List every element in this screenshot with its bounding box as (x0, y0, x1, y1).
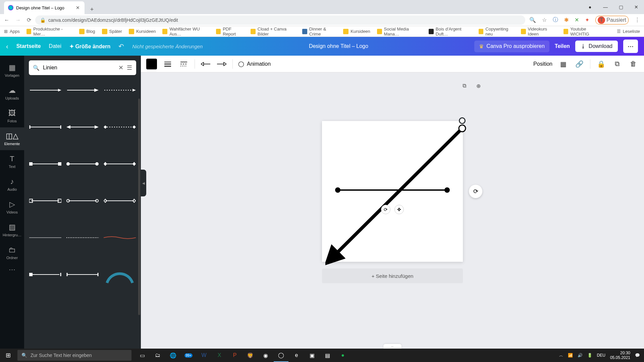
line-element-diamond-outline-ends[interactable] (103, 192, 136, 209)
close-tab-icon[interactable]: ✕ (75, 5, 80, 10)
back-icon[interactable]: ← (4, 17, 9, 23)
line-start-icon[interactable] (200, 59, 211, 69)
edge-pinned-icon[interactable]: 🌐 (166, 349, 180, 362)
diagonal-arrow-element[interactable] (325, 124, 466, 265)
line-element-dotted-arrow[interactable] (103, 82, 136, 99)
selection-handle[interactable] (459, 117, 466, 124)
wifi-icon[interactable]: 📶 (568, 353, 573, 358)
line-element-arrow[interactable] (66, 82, 99, 99)
add-page-icon[interactable]: ⊕ (474, 81, 483, 90)
taskbar-search[interactable]: 🔍Zur Suche Text hier eingeben (17, 350, 131, 361)
pausiert-badge[interactable]: T Pausiert (595, 16, 629, 24)
line-element-bar-ends[interactable] (29, 119, 62, 135)
bookmark-item[interactable]: PDF Report (216, 26, 244, 37)
reload-icon[interactable]: ⟳ (27, 17, 31, 23)
duplicate-page-icon[interactable]: ⧉ (460, 81, 469, 90)
bookmark-star-icon[interactable]: ☆ (542, 17, 547, 23)
apps-bookmark[interactable]: ⊞Apps (4, 29, 20, 34)
add-page-button[interactable]: + Seite hinzufügen (322, 268, 463, 283)
chrome-menu-icon[interactable]: ⋮ (635, 17, 640, 23)
forward-icon[interactable]: → (15, 17, 21, 23)
line-element-circle-outline-ends[interactable] (66, 192, 99, 209)
line-element-circle-ends[interactable] (66, 156, 99, 172)
url-input[interactable]: 🔒 canva.com/design/DAEdomzscjI/drBfjHdCo… (35, 15, 525, 25)
taskbar-clock[interactable]: 20:30 05.05.2021 (610, 351, 630, 360)
mail-badge-icon[interactable]: 99+ (181, 349, 196, 362)
link-icon[interactable]: 🔗 (574, 59, 585, 69)
powerpoint-icon[interactable]: P (227, 349, 242, 362)
bookmark-item[interactable]: Social Media Mana… (377, 26, 422, 37)
line-element-square-outline-ends[interactable] (29, 192, 62, 209)
reading-list-button[interactable]: ☰Leseliste (617, 29, 640, 34)
volume-icon[interactable]: 🔊 (578, 353, 583, 358)
sidebar-item-videos[interactable]: ▷Videos (0, 196, 24, 219)
new-tab-button[interactable]: + (87, 5, 97, 14)
extension-1-icon[interactable]: ⓘ (553, 16, 558, 23)
home-link[interactable]: Startseite (16, 43, 41, 49)
transparency-icon[interactable]: ▦ (558, 59, 569, 69)
pages-strip-toggle[interactable]: ︿ (383, 344, 401, 349)
bookmark-item[interactable]: Wahlfächer WU Aus… (162, 26, 209, 37)
line-element-arrow[interactable] (29, 82, 62, 99)
bookmark-item[interactable]: Dinner & Crime (302, 26, 336, 37)
delete-icon[interactable]: 🗑 (628, 59, 639, 69)
share-button[interactable]: Teilen (555, 43, 570, 49)
line-element-diamond-dotted[interactable] (103, 119, 136, 135)
shape-element-arc[interactable] (103, 266, 136, 283)
sidebar-item-hintergrund[interactable]: ▨Hintergru… (0, 219, 24, 241)
browser-tab[interactable]: Design ohne Titel – Logo ✕ (4, 1, 85, 14)
line-element-diamond-ends[interactable] (103, 156, 136, 172)
line-style-icon[interactable] (178, 59, 189, 69)
sidebar-item-text[interactable]: TText (0, 150, 24, 173)
extension-3-icon[interactable]: ✕ (575, 17, 579, 23)
document-title[interactable]: Design ohne Titel – Logo (211, 43, 466, 49)
search-input[interactable]: 🔍 ✕ ☰ (29, 60, 136, 75)
line-element-square-bar[interactable] (29, 266, 62, 283)
sidebar-item-uploads[interactable]: ☁Uploads (0, 82, 24, 105)
power-icon[interactable]: 🔋 (587, 353, 592, 358)
tray-chevron-icon[interactable]: ︿ (559, 353, 563, 358)
notifications-icon[interactable]: 💬 (635, 353, 640, 358)
bookmark-item[interactable]: Youtube WICHTIG (564, 26, 603, 37)
bookmark-item[interactable]: Cload + Canva Bilder (251, 26, 296, 37)
download-button[interactable]: ⭳Download (575, 41, 618, 52)
rotate-handle-icon[interactable]: ⟳ (381, 205, 390, 214)
filter-icon[interactable]: ☰ (127, 64, 132, 71)
extension-2-icon[interactable]: ❃ (564, 17, 569, 23)
taskview-icon[interactable]: ▭ (135, 349, 150, 362)
bookmark-item[interactable]: Blog (79, 29, 95, 34)
sidebar-more-icon[interactable]: ⋯ (9, 265, 15, 274)
file-menu[interactable]: Datei (49, 43, 61, 49)
undo-icon[interactable]: ↶ (118, 42, 124, 50)
app-1-icon[interactable]: ▣ (305, 349, 319, 362)
back-arrow-icon[interactable]: ‹ (6, 43, 8, 50)
sidebar-item-vorlagen[interactable]: ▦Vorlagen (0, 59, 24, 82)
position-button[interactable]: Position (533, 61, 552, 67)
line-element-square-ends[interactable] (29, 156, 62, 172)
language-indicator[interactable]: DEU (597, 353, 605, 358)
line-element-fine-dotted[interactable] (66, 229, 99, 246)
line-element-double-arrow[interactable] (66, 119, 99, 135)
chrome-profile-dot[interactable]: ● (582, 0, 598, 14)
clear-search-icon[interactable]: ✕ (118, 64, 123, 71)
sidebar-item-ordner[interactable]: 🗀Ordner (0, 241, 24, 264)
start-button[interactable]: ⊞ (0, 349, 16, 362)
close-window-icon[interactable]: ✕ (629, 0, 644, 14)
lock-icon[interactable]: 🔒 (596, 59, 606, 69)
bookmark-item[interactable]: Videokurs Ideen (521, 26, 557, 37)
design-canvas[interactable]: ⟳ ✥ ⟳ (322, 121, 463, 262)
regenerate-icon[interactable]: ⟳ (469, 185, 482, 198)
line-element-thin[interactable] (29, 229, 62, 246)
sidebar-item-audio[interactable]: ♪Audio (0, 173, 24, 196)
spotify-icon[interactable]: ● (335, 349, 350, 362)
obs-icon[interactable]: ◉ (258, 349, 273, 362)
zoom-loupe-icon[interactable]: 🔍 (529, 17, 536, 23)
sidebar-item-fotos[interactable]: 🖼Fotos (0, 105, 24, 127)
sidebar-item-elemente[interactable]: ◫△Elemente (0, 127, 24, 150)
explorer-icon[interactable]: 🗂 (150, 349, 165, 362)
try-pro-button[interactable]: ♛Canva Pro ausprobieren (474, 41, 549, 52)
bookmark-item[interactable]: Produktsuche - Mer… (26, 26, 72, 37)
color-picker-button[interactable] (146, 59, 157, 69)
line-weight-icon[interactable] (162, 59, 173, 69)
maximize-window-icon[interactable]: ▢ (613, 0, 629, 14)
